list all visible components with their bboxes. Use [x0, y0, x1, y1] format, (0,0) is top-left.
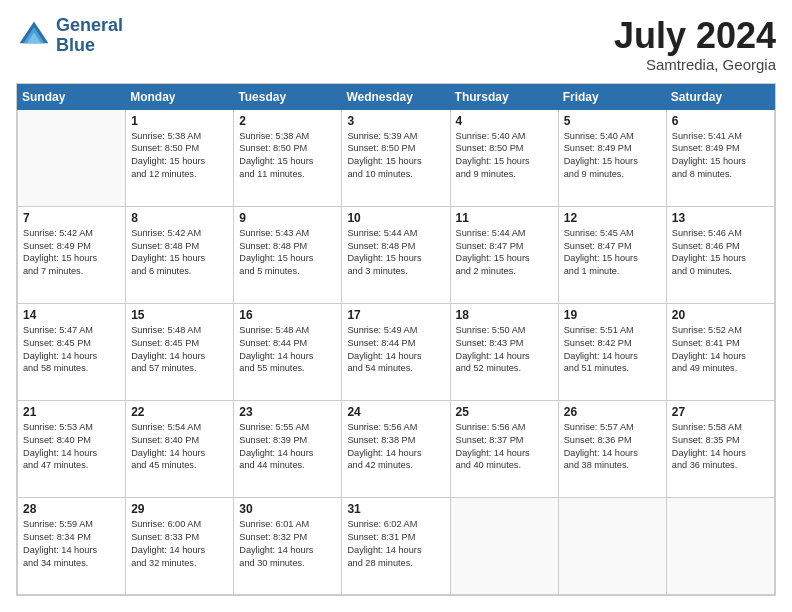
day-number: 23 [239, 405, 336, 419]
day-number: 8 [131, 211, 228, 225]
day-info: Sunrise: 5:57 AM Sunset: 8:36 PM Dayligh… [564, 421, 661, 473]
calendar-cell: 14Sunrise: 5:47 AM Sunset: 8:45 PM Dayli… [18, 303, 126, 400]
day-info: Sunrise: 5:44 AM Sunset: 8:47 PM Dayligh… [456, 227, 553, 279]
day-info: Sunrise: 5:58 AM Sunset: 8:35 PM Dayligh… [672, 421, 769, 473]
col-saturday: Saturday [666, 84, 774, 109]
day-info: Sunrise: 5:38 AM Sunset: 8:50 PM Dayligh… [131, 130, 228, 182]
calendar: Sunday Monday Tuesday Wednesday Thursday… [16, 83, 776, 596]
calendar-header: Sunday Monday Tuesday Wednesday Thursday… [18, 84, 775, 109]
calendar-cell: 8Sunrise: 5:42 AM Sunset: 8:48 PM Daylig… [126, 206, 234, 303]
day-info: Sunrise: 5:45 AM Sunset: 8:47 PM Dayligh… [564, 227, 661, 279]
day-info: Sunrise: 5:41 AM Sunset: 8:49 PM Dayligh… [672, 130, 769, 182]
calendar-cell: 6Sunrise: 5:41 AM Sunset: 8:49 PM Daylig… [666, 109, 774, 206]
week-row-3: 21Sunrise: 5:53 AM Sunset: 8:40 PM Dayli… [18, 400, 775, 497]
day-number: 30 [239, 502, 336, 516]
calendar-body: 1Sunrise: 5:38 AM Sunset: 8:50 PM Daylig… [18, 109, 775, 594]
day-info: Sunrise: 5:42 AM Sunset: 8:49 PM Dayligh… [23, 227, 120, 279]
day-info: Sunrise: 5:56 AM Sunset: 8:38 PM Dayligh… [347, 421, 444, 473]
calendar-cell: 27Sunrise: 5:58 AM Sunset: 8:35 PM Dayli… [666, 400, 774, 497]
calendar-cell: 19Sunrise: 5:51 AM Sunset: 8:42 PM Dayli… [558, 303, 666, 400]
day-number: 6 [672, 114, 769, 128]
day-number: 26 [564, 405, 661, 419]
week-row-0: 1Sunrise: 5:38 AM Sunset: 8:50 PM Daylig… [18, 109, 775, 206]
calendar-cell: 31Sunrise: 6:02 AM Sunset: 8:31 PM Dayli… [342, 497, 450, 594]
calendar-cell: 29Sunrise: 6:00 AM Sunset: 8:33 PM Dayli… [126, 497, 234, 594]
day-info: Sunrise: 5:54 AM Sunset: 8:40 PM Dayligh… [131, 421, 228, 473]
calendar-cell: 24Sunrise: 5:56 AM Sunset: 8:38 PM Dayli… [342, 400, 450, 497]
title-block: July 2024 Samtredia, Georgia [614, 16, 776, 73]
calendar-cell: 18Sunrise: 5:50 AM Sunset: 8:43 PM Dayli… [450, 303, 558, 400]
calendar-cell: 15Sunrise: 5:48 AM Sunset: 8:45 PM Dayli… [126, 303, 234, 400]
calendar-cell: 9Sunrise: 5:43 AM Sunset: 8:48 PM Daylig… [234, 206, 342, 303]
day-number: 17 [347, 308, 444, 322]
week-row-2: 14Sunrise: 5:47 AM Sunset: 8:45 PM Dayli… [18, 303, 775, 400]
calendar-cell: 16Sunrise: 5:48 AM Sunset: 8:44 PM Dayli… [234, 303, 342, 400]
day-number: 28 [23, 502, 120, 516]
day-number: 21 [23, 405, 120, 419]
calendar-cell: 10Sunrise: 5:44 AM Sunset: 8:48 PM Dayli… [342, 206, 450, 303]
day-number: 13 [672, 211, 769, 225]
day-number: 5 [564, 114, 661, 128]
calendar-cell: 26Sunrise: 5:57 AM Sunset: 8:36 PM Dayli… [558, 400, 666, 497]
logo-line1: General [56, 16, 123, 36]
calendar-cell: 21Sunrise: 5:53 AM Sunset: 8:40 PM Dayli… [18, 400, 126, 497]
week-row-1: 7Sunrise: 5:42 AM Sunset: 8:49 PM Daylig… [18, 206, 775, 303]
day-info: Sunrise: 5:48 AM Sunset: 8:45 PM Dayligh… [131, 324, 228, 376]
header: General Blue July 2024 Samtredia, Georgi… [16, 16, 776, 73]
calendar-cell: 2Sunrise: 5:38 AM Sunset: 8:50 PM Daylig… [234, 109, 342, 206]
day-info: Sunrise: 5:38 AM Sunset: 8:50 PM Dayligh… [239, 130, 336, 182]
day-number: 15 [131, 308, 228, 322]
header-row: Sunday Monday Tuesday Wednesday Thursday… [18, 84, 775, 109]
day-info: Sunrise: 5:40 AM Sunset: 8:49 PM Dayligh… [564, 130, 661, 182]
day-number: 25 [456, 405, 553, 419]
day-info: Sunrise: 5:46 AM Sunset: 8:46 PM Dayligh… [672, 227, 769, 279]
day-info: Sunrise: 5:59 AM Sunset: 8:34 PM Dayligh… [23, 518, 120, 570]
calendar-cell: 20Sunrise: 5:52 AM Sunset: 8:41 PM Dayli… [666, 303, 774, 400]
calendar-cell [450, 497, 558, 594]
col-tuesday: Tuesday [234, 84, 342, 109]
location-subtitle: Samtredia, Georgia [614, 56, 776, 73]
day-info: Sunrise: 5:55 AM Sunset: 8:39 PM Dayligh… [239, 421, 336, 473]
day-number: 24 [347, 405, 444, 419]
day-number: 9 [239, 211, 336, 225]
col-sunday: Sunday [18, 84, 126, 109]
day-info: Sunrise: 5:39 AM Sunset: 8:50 PM Dayligh… [347, 130, 444, 182]
logo-line2: Blue [56, 36, 123, 56]
calendar-cell: 23Sunrise: 5:55 AM Sunset: 8:39 PM Dayli… [234, 400, 342, 497]
calendar-cell: 4Sunrise: 5:40 AM Sunset: 8:50 PM Daylig… [450, 109, 558, 206]
month-title: July 2024 [614, 16, 776, 56]
calendar-table: Sunday Monday Tuesday Wednesday Thursday… [17, 84, 775, 595]
calendar-cell: 3Sunrise: 5:39 AM Sunset: 8:50 PM Daylig… [342, 109, 450, 206]
calendar-cell: 17Sunrise: 5:49 AM Sunset: 8:44 PM Dayli… [342, 303, 450, 400]
calendar-cell: 28Sunrise: 5:59 AM Sunset: 8:34 PM Dayli… [18, 497, 126, 594]
day-number: 10 [347, 211, 444, 225]
day-info: Sunrise: 6:01 AM Sunset: 8:32 PM Dayligh… [239, 518, 336, 570]
day-info: Sunrise: 5:48 AM Sunset: 8:44 PM Dayligh… [239, 324, 336, 376]
day-number: 22 [131, 405, 228, 419]
day-info: Sunrise: 5:51 AM Sunset: 8:42 PM Dayligh… [564, 324, 661, 376]
col-thursday: Thursday [450, 84, 558, 109]
calendar-cell: 13Sunrise: 5:46 AM Sunset: 8:46 PM Dayli… [666, 206, 774, 303]
day-number: 14 [23, 308, 120, 322]
day-number: 11 [456, 211, 553, 225]
calendar-cell: 5Sunrise: 5:40 AM Sunset: 8:49 PM Daylig… [558, 109, 666, 206]
day-number: 27 [672, 405, 769, 419]
day-number: 3 [347, 114, 444, 128]
day-info: Sunrise: 5:43 AM Sunset: 8:48 PM Dayligh… [239, 227, 336, 279]
day-number: 4 [456, 114, 553, 128]
day-info: Sunrise: 6:02 AM Sunset: 8:31 PM Dayligh… [347, 518, 444, 570]
calendar-cell: 11Sunrise: 5:44 AM Sunset: 8:47 PM Dayli… [450, 206, 558, 303]
day-number: 18 [456, 308, 553, 322]
logo: General Blue [16, 16, 123, 56]
logo-text: General Blue [56, 16, 123, 56]
day-number: 16 [239, 308, 336, 322]
day-number: 12 [564, 211, 661, 225]
calendar-cell [18, 109, 126, 206]
calendar-cell: 30Sunrise: 6:01 AM Sunset: 8:32 PM Dayli… [234, 497, 342, 594]
day-info: Sunrise: 6:00 AM Sunset: 8:33 PM Dayligh… [131, 518, 228, 570]
col-monday: Monday [126, 84, 234, 109]
calendar-cell: 1Sunrise: 5:38 AM Sunset: 8:50 PM Daylig… [126, 109, 234, 206]
day-info: Sunrise: 5:56 AM Sunset: 8:37 PM Dayligh… [456, 421, 553, 473]
day-info: Sunrise: 5:49 AM Sunset: 8:44 PM Dayligh… [347, 324, 444, 376]
calendar-cell [666, 497, 774, 594]
